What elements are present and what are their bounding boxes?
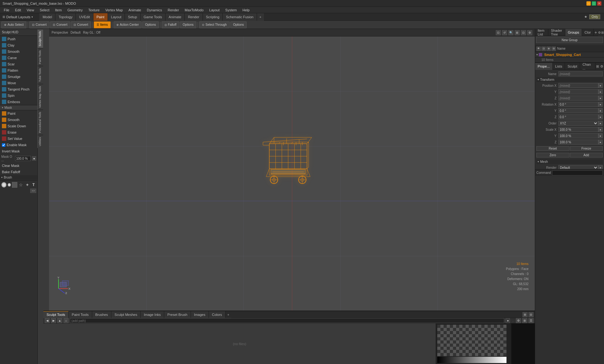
tab-layout[interactable]: Layout: [108, 13, 125, 21]
minimize-button[interactable]: ─: [586, 1, 591, 6]
convert-button-1[interactable]: ⊡ Convert: [29, 21, 49, 28]
sidebar-bake-falloff[interactable]: Bake Falloff: [0, 169, 37, 175]
sidebar-scar[interactable]: Scar: [0, 61, 37, 67]
mesh-section[interactable]: Mesh: [536, 159, 603, 164]
path-back-button[interactable]: ◀: [45, 318, 50, 323]
sidebar-spin[interactable]: Spin: [0, 92, 37, 99]
tab-schematic[interactable]: Schematic Fusion: [223, 13, 257, 21]
path-input[interactable]: [70, 318, 504, 323]
groups-icon-4[interactable]: ⊟: [551, 47, 556, 51]
tab-properties[interactable]: Prope...: [535, 63, 553, 70]
reset-button[interactable]: Reset: [536, 146, 569, 151]
rotation-z-button[interactable]: ▸: [598, 114, 603, 119]
vp-icon-2[interactable]: ↺: [502, 30, 507, 35]
sidebar-mask-paint[interactable]: Paint: [0, 110, 37, 117]
enable-mask-row[interactable]: Enable Mask: [0, 142, 37, 148]
menu-system[interactable]: System: [223, 7, 239, 13]
bottom-collapse-button[interactable]: ⊟: [528, 312, 534, 317]
items-button[interactable]: ☰ Items: [94, 21, 110, 28]
path-list-button[interactable]: ☰: [528, 318, 534, 323]
vp-icon-settings[interactable]: ⚙: [527, 30, 532, 35]
mask-section-header[interactable]: Mask: [0, 105, 37, 110]
convert-button-3[interactable]: ⊡ Convert: [71, 21, 91, 28]
tab-preset-brush[interactable]: Preset Brush: [164, 311, 191, 318]
rotation-y-value[interactable]: 0.0 °: [558, 108, 598, 113]
path-dropdown[interactable]: ▾: [506, 318, 510, 323]
tab-sculpt-tools[interactable]: Sculpt Tools: [43, 311, 69, 318]
tab-paint-tools[interactable]: Paint Tools: [69, 311, 92, 318]
tab-model[interactable]: Model: [39, 13, 55, 21]
position-z-value[interactable]: (mixed): [558, 96, 598, 101]
scale-y-value[interactable]: 100.0 %: [558, 133, 598, 138]
tab-groups[interactable]: Groups: [565, 29, 582, 36]
mask-opacity-input[interactable]: [15, 156, 31, 161]
falloff-button[interactable]: ◎ Falloff: [162, 21, 179, 28]
position-y-value[interactable]: (mixed): [558, 89, 598, 94]
add-button[interactable]: Add: [570, 153, 603, 157]
menu-view[interactable]: View: [24, 7, 37, 13]
order-dropdown[interactable]: XYZ XZY YXZ: [558, 121, 598, 126]
tab-sculpt-props[interactable]: Sculpt: [565, 63, 580, 70]
rotation-z-value[interactable]: 0.0 °: [558, 114, 598, 119]
tab-paint[interactable]: Paint: [93, 13, 108, 21]
props-expand-icon[interactable]: ⊞: [596, 63, 600, 70]
sidebar-clear-mask[interactable]: Clear Mask: [0, 163, 37, 169]
options-button-1[interactable]: Options: [142, 21, 159, 28]
tab-animate[interactable]: Animate: [165, 13, 185, 21]
tab-gametools[interactable]: Game Tools: [141, 13, 166, 21]
enable-mask-checkbox[interactable]: [2, 143, 5, 147]
sidebar-set-value[interactable]: Set Value: [0, 135, 37, 142]
path-forward-button[interactable]: ▶: [51, 318, 56, 323]
sidebar-mask-smooth[interactable]: Smooth: [0, 117, 37, 123]
command-input[interactable]: [552, 170, 603, 175]
render-button[interactable]: ▸: [598, 165, 603, 169]
sidebar-carve[interactable]: Carve: [0, 55, 37, 61]
tab-item-list[interactable]: Item List: [535, 29, 548, 36]
tab-setup[interactable]: Setup: [125, 13, 141, 21]
sidebar-smudge[interactable]: Smudge: [0, 74, 37, 80]
sidebar-mask-scaledown[interactable]: Scale Down: [0, 123, 37, 129]
convert-button-2[interactable]: ⊡ Convert: [50, 21, 70, 28]
rotation-x-value[interactable]: 0.0 °: [558, 102, 598, 107]
order-button[interactable]: ▸: [598, 121, 603, 126]
sidebar-flatten[interactable]: Flatten: [0, 67, 37, 74]
tab-channels[interactable]: Chan ...: [580, 63, 596, 70]
menu-texture[interactable]: Texture: [86, 7, 102, 13]
bottom-expand-button[interactable]: ⊞: [523, 312, 528, 317]
procedural-tools-tab[interactable]: Procedural Tools: [37, 110, 43, 135]
vp-icon-5[interactable]: ⊡: [521, 30, 526, 35]
scale-z-value[interactable]: 100.0 %: [558, 140, 598, 145]
sidebar-erase[interactable]: Erase: [0, 129, 37, 135]
scale-x-button[interactable]: ▸: [598, 127, 603, 132]
name-value[interactable]: (mixed): [558, 71, 603, 76]
scale-y-button[interactable]: ▸: [598, 133, 603, 138]
menu-vertexmap[interactable]: Vertex Map: [103, 7, 126, 13]
rotation-y-button[interactable]: ▸: [598, 108, 603, 113]
groups-icon-3[interactable]: ⊕: [546, 47, 551, 51]
sidebar-clay[interactable]: Clay: [0, 42, 37, 48]
tab-render[interactable]: Render: [185, 13, 203, 21]
menu-help[interactable]: Help: [240, 7, 252, 13]
transform-section[interactable]: Transform: [536, 77, 603, 82]
position-y-button[interactable]: ▸: [598, 89, 603, 94]
right-panel-settings-icon[interactable]: ⚙: [598, 29, 601, 36]
tab-uvedit[interactable]: UVEdit: [76, 13, 93, 21]
menu-edit[interactable]: Edit: [13, 7, 24, 13]
only-badge[interactable]: Only: [589, 14, 600, 19]
vp-icon-4[interactable]: ⊞: [515, 30, 520, 35]
groups-icon-2[interactable]: ⊡: [541, 47, 546, 51]
vertex-map-tools-tab[interactable]: Vertex Map Tools: [37, 84, 43, 110]
menu-select[interactable]: Select: [37, 7, 52, 13]
mask-opacity-btn[interactable]: ■: [32, 156, 36, 161]
zero-button[interactable]: Zero: [536, 153, 569, 157]
path-grid-button[interactable]: ⊞: [522, 318, 527, 323]
options-button-3[interactable]: Options: [230, 21, 247, 28]
expand-arrow[interactable]: ▾: [536, 53, 538, 56]
scale-x-value[interactable]: 100.0 %: [558, 127, 598, 132]
menu-render[interactable]: Render: [165, 7, 182, 13]
tab-scripting[interactable]: Scripting: [203, 13, 223, 21]
group-item-name[interactable]: Smart_Shopping_Cart: [544, 53, 581, 57]
menu-dynamics[interactable]: Dynamics: [144, 7, 165, 13]
props-gear-icon[interactable]: ⚙: [600, 63, 604, 70]
position-x-button[interactable]: ▸: [598, 83, 603, 88]
